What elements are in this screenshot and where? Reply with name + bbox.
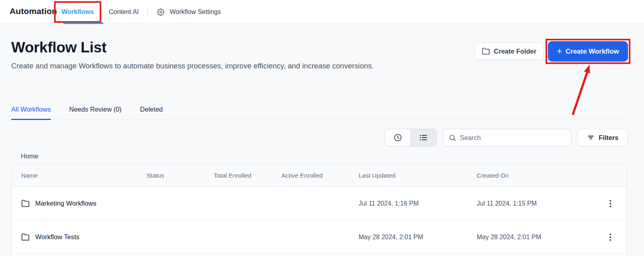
row-actions-menu-icon[interactable] xyxy=(604,197,617,210)
history-view-button[interactable] xyxy=(385,129,411,146)
column-header-total-enrolled: Total Enrolled xyxy=(214,172,281,179)
app-title: Automation xyxy=(10,6,57,16)
annotation-arrow xyxy=(552,61,600,119)
filters-button[interactable]: Filters xyxy=(578,129,628,146)
page-description: Create and manage Workflows to automate … xyxy=(11,60,385,72)
breadcrumb-home[interactable]: Home xyxy=(21,152,38,160)
folder-icon xyxy=(482,47,490,55)
column-header-active-enrolled: Active Enrolled xyxy=(281,172,359,179)
create-folder-button[interactable]: Create Folder xyxy=(475,42,544,60)
folder-icon xyxy=(21,199,30,208)
nav-divider xyxy=(147,7,148,17)
column-header-name: Name xyxy=(21,172,146,179)
table-header-row: Name Status Total Enrolled Active Enroll… xyxy=(12,164,626,187)
list-view-button[interactable] xyxy=(411,129,437,146)
clock-icon xyxy=(393,133,402,142)
workflow-list-tabs: All Workflows Needs Review (0) Deleted xyxy=(11,101,627,120)
annotation-box-create-workflow: + Create Workflow xyxy=(546,39,630,64)
column-header-created-on: Created On xyxy=(477,172,604,179)
table-row[interactable]: Marketing Workflows Jul 11 2024, 1:16 PM… xyxy=(12,187,626,220)
nav-tab-content-ai[interactable]: Content AI xyxy=(109,8,139,16)
column-header-last-updated: Last Updated xyxy=(359,172,477,179)
filter-icon xyxy=(587,134,595,142)
list-icon xyxy=(419,133,428,142)
search-box xyxy=(443,129,572,146)
workflow-table: Name Status Total Enrolled Active Enroll… xyxy=(11,164,627,256)
view-toggle xyxy=(385,129,437,146)
plus-icon: + xyxy=(557,47,562,56)
annotation-box-workflows: Workflows xyxy=(54,1,101,23)
folder-icon xyxy=(21,233,30,241)
create-folder-label: Create Folder xyxy=(494,48,536,55)
create-workflow-button[interactable]: + Create Workflow xyxy=(548,41,628,62)
search-input[interactable] xyxy=(460,134,566,142)
row-last-updated: May 28 2024, 2:01 PM xyxy=(359,234,477,241)
tab-needs-review[interactable]: Needs Review (0) xyxy=(69,101,122,120)
row-created-on: Jul 11 2024, 1:15 PM xyxy=(477,200,604,207)
gear-icon xyxy=(157,8,165,16)
row-last-updated: Jul 11 2024, 1:16 PM xyxy=(359,200,477,207)
row-name: Workflow Tests xyxy=(35,233,79,241)
tab-all-workflows[interactable]: All Workflows xyxy=(11,101,51,120)
nav-tab-workflows[interactable]: Workflows xyxy=(62,8,94,16)
top-navigation-bar: Automation Workflows Content AI Workflow… xyxy=(0,0,644,24)
row-name: Marketing Workflows xyxy=(35,200,96,207)
column-header-status: Status xyxy=(146,172,214,179)
nav-tab-workflow-settings[interactable]: Workflow Settings xyxy=(170,8,221,16)
row-created-on: May 28 2024, 2:01 PM xyxy=(477,234,604,241)
filters-label: Filters xyxy=(599,134,619,142)
row-actions-menu-icon[interactable] xyxy=(604,231,617,244)
table-row[interactable]: Workflow Tests May 28 2024, 2:01 PM May … xyxy=(12,220,626,254)
tab-deleted[interactable]: Deleted xyxy=(140,101,163,120)
create-workflow-label: Create Workflow xyxy=(566,48,619,56)
search-icon xyxy=(449,134,456,142)
page-title: Workflow List xyxy=(11,39,106,56)
workflows-active-underline xyxy=(63,22,103,24)
